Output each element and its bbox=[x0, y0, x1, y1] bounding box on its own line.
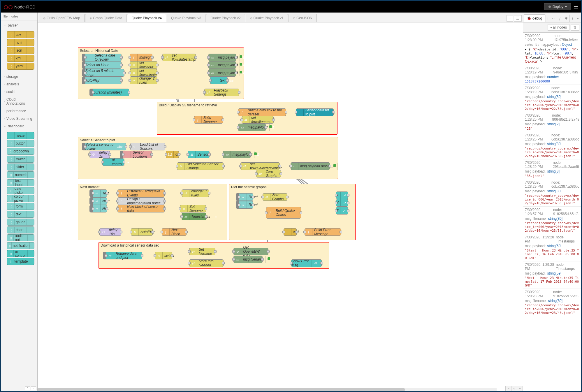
flow-node-AutoPlay[interactable]: ⤲AutoPlay bbox=[131, 228, 153, 236]
flow-node-Midnight[interactable]: ƒMidnight bbox=[130, 54, 152, 61]
zoom-in-button[interactable]: + bbox=[517, 386, 523, 391]
output-port[interactable] bbox=[106, 192, 108, 195]
flow-tab-Quake-Playback-v3[interactable]: Quake Playback v3 bbox=[167, 14, 205, 22]
input-port[interactable] bbox=[207, 56, 210, 59]
chart-icon[interactable]: ⫾ bbox=[569, 15, 575, 22]
output-port[interactable] bbox=[222, 262, 225, 265]
palette-node-text[interactable]: ▯text bbox=[7, 211, 34, 218]
output-port[interactable] bbox=[156, 64, 159, 66]
palette-category-analysis[interactable]: › analysis bbox=[1, 80, 37, 88]
input-port[interactable] bbox=[303, 231, 306, 233]
output-port[interactable] bbox=[205, 208, 207, 210]
palette-node-ui-control[interactable]: ▯ui control bbox=[7, 250, 34, 257]
input-port[interactable] bbox=[187, 153, 189, 156]
flow-node-Next[interactable]: ⇨Next bbox=[89, 197, 107, 205]
output-port[interactable] bbox=[320, 262, 323, 265]
output-port[interactable] bbox=[194, 56, 197, 59]
palette-node-button[interactable]: ▯button bbox=[7, 140, 34, 147]
debug-message[interactable]: 7/30/2020, 1:28:25 PMnode: 80648b21.3f27… bbox=[523, 112, 581, 132]
input-port[interactable] bbox=[130, 231, 132, 233]
flow-node-Next[interactable]: ⇨Next bbox=[89, 205, 107, 212]
flow-tab-Quake-Playback-v4[interactable]: Quake Playback v4 bbox=[127, 14, 166, 22]
output-port[interactable] bbox=[120, 64, 123, 66]
input-port[interactable] bbox=[255, 173, 258, 175]
output-port[interactable] bbox=[128, 91, 130, 94]
input-port[interactable] bbox=[129, 56, 131, 59]
debug-message[interactable]: 7/30/2020, 1:28:29 PMnode: 293bcafb.2aae… bbox=[523, 159, 581, 179]
output-port[interactable] bbox=[347, 202, 349, 204]
palette-node-text-input[interactable]: ▯text input bbox=[7, 179, 34, 186]
clear-debug-button[interactable]: 🗑 bbox=[571, 24, 579, 31]
flow-node-delay-10s[interactable]: ⏲delay 10s bbox=[99, 228, 121, 236]
output-port[interactable] bbox=[156, 72, 159, 74]
palette-node-heater[interactable]: ▯heater bbox=[7, 132, 34, 139]
flow-node-Timestamps[interactable]: ▭Timestamps≡ bbox=[182, 213, 206, 220]
output-port[interactable] bbox=[141, 254, 143, 257]
palette-node-dropdown[interactable]: ▯dropdown bbox=[7, 148, 34, 155]
input-port[interactable] bbox=[101, 161, 104, 164]
output-port[interactable] bbox=[235, 72, 237, 74]
palette-node-notification[interactable]: ▯notification bbox=[7, 242, 34, 249]
output-port[interactable] bbox=[264, 126, 267, 129]
flow-node-Set-filename[interactable]: ⇄Set filename bbox=[189, 248, 215, 255]
flow-node-xml[interactable]: xml bbox=[284, 228, 297, 236]
flow-node-Select-a-sensor-to-review[interactable]: Select a sensor to reviewabc bbox=[82, 143, 126, 150]
input-port[interactable] bbox=[295, 111, 297, 114]
input-port[interactable] bbox=[232, 258, 235, 261]
output-port[interactable] bbox=[347, 210, 349, 212]
output-port[interactable] bbox=[261, 258, 264, 261]
output-port[interactable] bbox=[123, 72, 126, 74]
input-port[interactable] bbox=[238, 204, 240, 206]
flow-node-set-flow.datestamp[interactable]: ⇄set flow.datestamp bbox=[162, 54, 196, 61]
flow-node-set-flow.filename[interactable]: ⇄set flow.filename bbox=[242, 116, 274, 124]
chevron-down-icon[interactable]: ▾ bbox=[575, 15, 581, 22]
input-port[interactable] bbox=[154, 254, 156, 257]
output-port[interactable] bbox=[163, 192, 166, 195]
output-port[interactable] bbox=[163, 200, 166, 203]
palette-category-dashboard[interactable]: ⌄ dashboard bbox=[1, 122, 37, 130]
debug-message[interactable]: 7/30/2020, 1:28:57 PMnode: 9182565d.65ef… bbox=[523, 207, 581, 234]
hamburger-menu-icon[interactable]: ☰ bbox=[574, 3, 578, 10]
zoom-out-button[interactable]: − bbox=[505, 386, 511, 391]
flow-node-Z[interactable]: Z↗ bbox=[336, 207, 348, 215]
input-port[interactable] bbox=[203, 91, 206, 94]
flow-node-More-Info-Needed[interactable]: ⇄More Info Needed bbox=[189, 259, 224, 267]
output-port[interactable] bbox=[151, 56, 154, 59]
output-port[interactable] bbox=[120, 56, 123, 59]
flow-node-Playback-Settings[interactable]: ⇄Playback Settings bbox=[204, 89, 239, 96]
palette-node-colour-picker[interactable]: ▯colour picker bbox=[7, 195, 34, 202]
output-port[interactable] bbox=[272, 119, 275, 121]
flow-node-Build-Error-Message[interactable]: ƒBuild Error Message bbox=[305, 228, 341, 236]
output-port[interactable] bbox=[235, 56, 237, 59]
output-port[interactable] bbox=[235, 64, 237, 66]
palette-node-xml[interactable]: ▯xml bbox=[7, 55, 34, 62]
output-port[interactable] bbox=[226, 79, 229, 82]
flow-node-delay-1s[interactable]: ⏲delay 1s bbox=[89, 151, 110, 158]
flow-node-Sensor-Locations[interactable]: Sensor Locations bbox=[120, 151, 152, 158]
palette-category-Video-Streaming[interactable]: › Video Streaming bbox=[1, 115, 37, 122]
flow-node-Retrieve-data-and-plot[interactable]: ⇨Retrieve data and plot bbox=[103, 252, 142, 259]
input-port[interactable] bbox=[188, 262, 191, 265]
flow-node-Next-block-of-sensor-data[interactable]: ƒNext block of sensor data bbox=[117, 205, 165, 212]
input-port[interactable] bbox=[207, 64, 210, 66]
debug-message[interactable]: 7/30/2020, 1:28:29 PMnode: 6dba1387.a086… bbox=[523, 179, 581, 207]
output-port[interactable] bbox=[164, 145, 166, 148]
debug-message[interactable]: 7/30/2020, 1:29:28 PMnode: Timestamps ms… bbox=[523, 261, 581, 289]
output-port[interactable] bbox=[205, 215, 208, 218]
palette-node-template[interactable]: ▯template bbox=[7, 258, 34, 265]
input-port[interactable] bbox=[237, 126, 240, 129]
debug-message[interactable]: 7/30/2020, 1:28:09 PMnode: d7c975fa.fe6e… bbox=[523, 33, 581, 65]
palette-node-date-picker[interactable]: ▯date picker bbox=[7, 187, 34, 194]
flow-node-Build-a-html-link-to-the-dataset[interactable]: ƒBuild a html link to the dataset bbox=[238, 108, 286, 116]
palette-node-yaml[interactable]: ▯yaml bbox=[7, 63, 34, 70]
palette-node-csv[interactable]: ▯csv bbox=[7, 31, 34, 38]
flow-node-set-flow.hour[interactable]: ⇄set flow.hour bbox=[130, 61, 157, 69]
flow-node-switch[interactable]: ⤲switch bbox=[155, 252, 172, 259]
flow-node-text[interactable]: textabc bbox=[210, 77, 228, 84]
input-port[interactable] bbox=[335, 210, 337, 212]
input-port[interactable] bbox=[98, 231, 101, 233]
palette-expand-icon[interactable]: ⌄ bbox=[31, 386, 36, 390]
deploy-button[interactable]: Deploy ▾ bbox=[544, 3, 571, 10]
flow-canvas[interactable]: Select an Historical DateBuild / Display… bbox=[38, 22, 523, 391]
output-port[interactable] bbox=[249, 153, 252, 156]
